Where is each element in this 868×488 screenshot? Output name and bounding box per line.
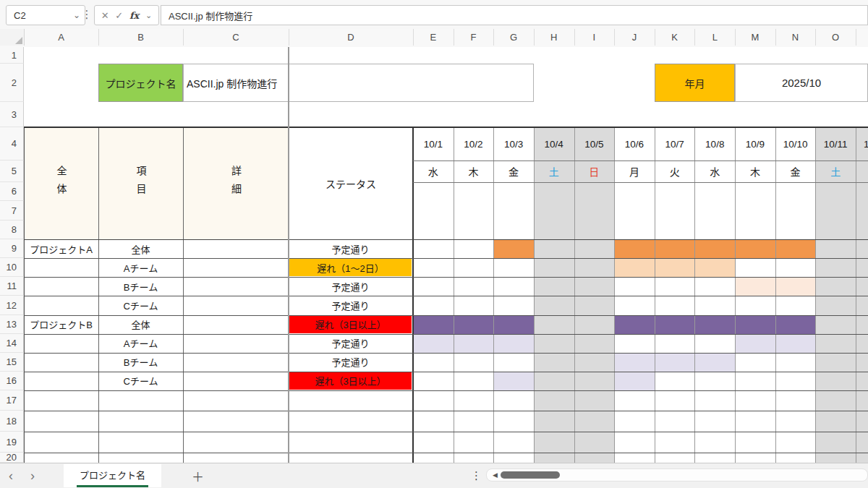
status-cell[interactable]: 予定通り <box>289 354 412 371</box>
gantt-bar-cell[interactable] <box>413 334 454 353</box>
header-status[interactable]: ステータス <box>289 127 413 239</box>
column-header-I[interactable]: I <box>574 29 616 46</box>
status-cell[interactable]: 遅れ（3日以上） <box>289 316 412 333</box>
dow-cell-10/4[interactable]: 土 <box>534 160 574 182</box>
dow-cell-10/5[interactable]: 日 <box>574 160 615 182</box>
gantt-bar-cell[interactable] <box>694 239 735 258</box>
row-header-13[interactable]: 13 <box>0 315 24 334</box>
header-detail[interactable]: 詳細 <box>183 127 289 239</box>
column-header-J[interactable]: J <box>614 29 655 46</box>
column-header-A[interactable]: A <box>24 29 99 46</box>
date-cell-10/12[interactable]: 10/12 <box>856 127 868 160</box>
enter-icon[interactable]: ✓ <box>115 10 123 21</box>
gantt-bar-cell[interactable] <box>775 239 816 258</box>
column-header-M[interactable]: M <box>735 29 776 46</box>
row-header-5[interactable]: 5 <box>0 160 24 182</box>
dow-cell-10/3[interactable]: 金 <box>493 160 534 182</box>
gantt-bar-cell[interactable] <box>614 372 655 390</box>
status-cell[interactable]: 遅れ（3日以上） <box>289 372 412 390</box>
row-header-3[interactable]: 3 <box>0 102 24 127</box>
dow-cell-10/2[interactable]: 木 <box>454 160 494 182</box>
gantt-bar-cell[interactable] <box>735 334 775 353</box>
gantt-bar-cell[interactable] <box>775 334 816 353</box>
column-header-N[interactable]: N <box>775 29 817 46</box>
status-cell[interactable]: 予定通り <box>289 296 412 314</box>
header-item[interactable]: 項目 <box>98 127 183 239</box>
gantt-bar-cell[interactable] <box>655 315 695 334</box>
gantt-bar-cell[interactable] <box>735 315 775 334</box>
item-cell[interactable]: Aチーム <box>98 258 183 277</box>
date-cell-10/11[interactable]: 10/11 <box>815 127 856 160</box>
date-cell-10/7[interactable]: 10/7 <box>655 127 695 160</box>
gantt-bar-cell[interactable] <box>735 239 775 258</box>
status-cell[interactable]: 予定通り <box>289 335 412 352</box>
project-name-label-cell[interactable]: プロジェクト名 <box>98 64 183 102</box>
spreadsheet-grid[interactable]: プロジェクト名 ASCII.jp 制作物進行 年月 2025/10 123456… <box>0 47 868 463</box>
row-header-2[interactable]: 2 <box>0 64 24 102</box>
gantt-bar-cell[interactable] <box>614 315 655 334</box>
sheet-menu-dots-icon[interactable]: ⋮ <box>471 469 482 482</box>
add-sheet-icon[interactable]: ＋ <box>192 467 204 485</box>
date-cell-10/4[interactable]: 10/4 <box>534 127 574 160</box>
column-header-B[interactable]: B <box>98 29 184 46</box>
column-header-C[interactable]: C <box>183 29 289 46</box>
column-header-K[interactable]: K <box>655 29 696 46</box>
gantt-bar-cell[interactable] <box>493 239 534 258</box>
sheet-nav-left-icon[interactable]: ‹ <box>0 468 22 484</box>
gantt-bar-cell[interactable] <box>614 353 655 372</box>
row-header-8[interactable]: 8 <box>0 221 24 239</box>
date-cell-10/6[interactable]: 10/6 <box>614 127 655 160</box>
row-header-10[interactable]: 10 <box>0 258 24 277</box>
date-cell-10/2[interactable]: 10/2 <box>454 127 494 160</box>
gantt-bar-cell[interactable] <box>655 258 695 277</box>
formula-input[interactable]: ASCII.jp 制作物進行 <box>161 5 868 25</box>
column-header-F[interactable]: F <box>454 29 495 46</box>
status-cell[interactable]: 予定通り <box>289 278 412 295</box>
gantt-bar-cell[interactable] <box>655 353 695 372</box>
dow-cell-10/9[interactable]: 木 <box>735 160 775 182</box>
item-cell[interactable]: Cチーム <box>98 296 183 314</box>
project-name-value-cell[interactable]: ASCII.jp 制作物進行 <box>183 64 534 102</box>
item-cell[interactable]: Bチーム <box>98 353 183 372</box>
date-cell-10/8[interactable]: 10/8 <box>694 127 735 160</box>
chevron-down-icon[interactable]: ⌄ <box>73 10 80 20</box>
name-box[interactable]: C2 ⌄ <box>6 5 85 25</box>
gantt-bar-cell[interactable] <box>493 372 534 390</box>
row-header-17[interactable]: 17 <box>0 390 24 411</box>
dow-cell-10/6[interactable]: 月 <box>614 160 655 182</box>
item-cell[interactable]: Bチーム <box>98 277 183 296</box>
row-header-11[interactable]: 11 <box>0 277 24 296</box>
dow-cell-10/1[interactable]: 水 <box>413 160 454 182</box>
toolbar-dots-icon[interactable]: ⋮ <box>82 4 92 25</box>
gantt-bar-cell[interactable] <box>493 334 534 353</box>
row-header-18[interactable]: 18 <box>0 411 24 432</box>
gantt-bar-cell[interactable] <box>694 315 735 334</box>
gantt-bar-cell[interactable] <box>413 315 454 334</box>
row-header-16[interactable]: 16 <box>0 372 24 390</box>
row-header-7[interactable]: 7 <box>0 201 24 221</box>
status-cell[interactable]: 遅れ（1～2日） <box>289 259 412 276</box>
column-header-E[interactable]: E <box>413 29 454 46</box>
month-value-cell[interactable]: 2025/10 <box>735 64 868 102</box>
gantt-bar-cell[interactable] <box>454 334 494 353</box>
horizontal-scrollbar[interactable]: ◀ <box>486 468 868 481</box>
gantt-bar-cell[interactable] <box>694 353 735 372</box>
scrollbar-thumb[interactable] <box>501 471 560 479</box>
date-cell-10/10[interactable]: 10/10 <box>775 127 816 160</box>
item-cell[interactable]: Cチーム <box>98 372 183 390</box>
scroll-left-icon[interactable]: ◀ <box>493 471 498 479</box>
insert-function-icon[interactable]: fx <box>129 10 139 21</box>
overall-cell[interactable]: プロジェクトB <box>25 315 98 334</box>
row-header-19[interactable]: 19 <box>0 432 24 453</box>
sheet-nav-right-icon[interactable]: › <box>22 468 43 484</box>
date-cell-10/1[interactable]: 10/1 <box>413 127 454 160</box>
dow-cell-10/11[interactable]: 土 <box>815 160 856 182</box>
row-header-9[interactable]: 9 <box>0 239 24 258</box>
gantt-bar-cell[interactable] <box>493 315 534 334</box>
item-cell[interactable]: 全体 <box>98 315 183 334</box>
date-cell-10/3[interactable]: 10/3 <box>493 127 534 160</box>
row-header-20[interactable]: 20 <box>0 453 24 463</box>
row-header-12[interactable]: 12 <box>0 296 24 315</box>
dow-cell-10/7[interactable]: 火 <box>655 160 695 182</box>
date-cell-10/9[interactable]: 10/9 <box>735 127 775 160</box>
